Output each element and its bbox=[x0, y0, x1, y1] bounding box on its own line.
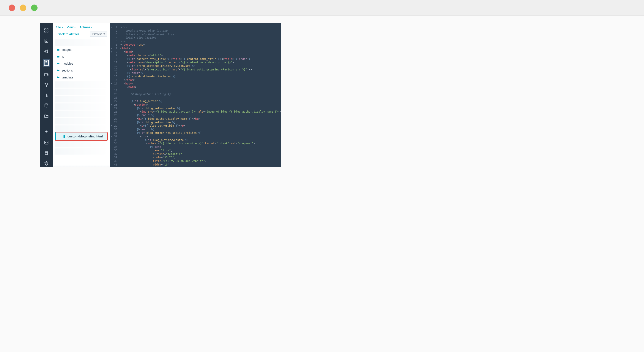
file-panel: File▾ View▾ Actions▾ ‹ Back to all files… bbox=[53, 23, 110, 167]
svg-point-11 bbox=[45, 104, 48, 105]
blurred-item bbox=[55, 89, 108, 95]
file-custom-blog-listing[interactable]: custom-blog-listing.html bbox=[55, 132, 107, 140]
chevron-left-icon: ‹ bbox=[56, 32, 57, 36]
sparkle-icon[interactable] bbox=[44, 130, 49, 135]
tool-iconbar bbox=[40, 23, 53, 167]
svg-point-9 bbox=[47, 83, 48, 84]
wallet-icon[interactable] bbox=[44, 72, 49, 77]
megaphone-icon[interactable] bbox=[44, 49, 49, 54]
editor-code[interactable]: <!-- templateType: blog_listing isAvaila… bbox=[120, 23, 281, 167]
blurred-item bbox=[55, 39, 108, 46]
back-to-all-files[interactable]: ‹ Back to all files bbox=[56, 32, 80, 36]
panel-bottom-shadow bbox=[53, 165, 110, 167]
menu-file[interactable]: File▾ bbox=[56, 26, 63, 29]
code-icon[interactable] bbox=[44, 140, 49, 145]
blurred-item bbox=[55, 141, 108, 147]
marketplace-icon[interactable] bbox=[44, 151, 49, 155]
window-minimize-dot[interactable] bbox=[20, 5, 26, 11]
design-manager-app: File▾ View▾ Actions▾ ‹ Back to all files… bbox=[40, 23, 281, 167]
svg-point-13 bbox=[46, 163, 47, 164]
chevron-down-icon: ▾ bbox=[62, 26, 63, 29]
svg-point-10 bbox=[46, 86, 47, 87]
svg-rect-1 bbox=[47, 29, 48, 30]
grid-icon[interactable] bbox=[44, 28, 49, 33]
window-zoom-dot[interactable] bbox=[31, 5, 38, 11]
chevron-down-icon: ▾ bbox=[91, 26, 92, 29]
menu-actions[interactable]: Actions▾ bbox=[80, 26, 92, 29]
folder-sections[interactable]: sections bbox=[53, 67, 110, 74]
highlighted-file-box: custom-blog-listing.html bbox=[55, 132, 108, 141]
window-close-dot[interactable] bbox=[9, 5, 15, 11]
blurred-item bbox=[55, 148, 108, 155]
preview-button[interactable]: Preview bbox=[90, 32, 107, 37]
database-icon[interactable] bbox=[44, 103, 49, 108]
blurred-item bbox=[55, 111, 108, 117]
folder-images[interactable]: images bbox=[53, 46, 110, 53]
chevron-down-icon: ▾ bbox=[74, 26, 76, 29]
blurred-item bbox=[55, 81, 108, 88]
svg-rect-2 bbox=[45, 31, 46, 32]
menu-view[interactable]: View▾ bbox=[67, 26, 76, 29]
folder-icon[interactable] bbox=[44, 114, 49, 118]
code-editor[interactable]: ▾ 1 2 3 4 5 6 ▾ 7 ▾ 8 9 10 11 12 13 14 1… bbox=[110, 23, 281, 167]
blurred-item bbox=[55, 103, 108, 110]
file-menubar: File▾ View▾ Actions▾ bbox=[53, 23, 110, 30]
svg-rect-0 bbox=[45, 29, 46, 30]
editor-gutter: ▾ 1 2 3 4 5 6 ▾ 7 ▾ 8 9 10 11 12 13 14 1… bbox=[110, 23, 120, 167]
external-link-icon bbox=[102, 33, 105, 36]
automation-icon[interactable] bbox=[44, 83, 49, 87]
blurred-item bbox=[55, 96, 108, 102]
folder-modules[interactable]: modules bbox=[53, 60, 110, 67]
folder-template[interactable]: template bbox=[53, 74, 110, 81]
folder-js[interactable]: js bbox=[53, 53, 110, 60]
iconbar-divider bbox=[44, 124, 49, 124]
svg-rect-3 bbox=[47, 31, 48, 32]
svg-point-8 bbox=[45, 83, 46, 84]
blurred-item bbox=[55, 125, 108, 132]
reports-icon[interactable] bbox=[44, 93, 49, 98]
settings-icon[interactable] bbox=[44, 161, 49, 166]
page-icon[interactable] bbox=[43, 59, 50, 67]
svg-point-5 bbox=[46, 40, 47, 41]
blurred-item bbox=[55, 118, 108, 124]
contact-icon[interactable] bbox=[44, 39, 49, 43]
browser-titlebar bbox=[0, 0, 644, 16]
